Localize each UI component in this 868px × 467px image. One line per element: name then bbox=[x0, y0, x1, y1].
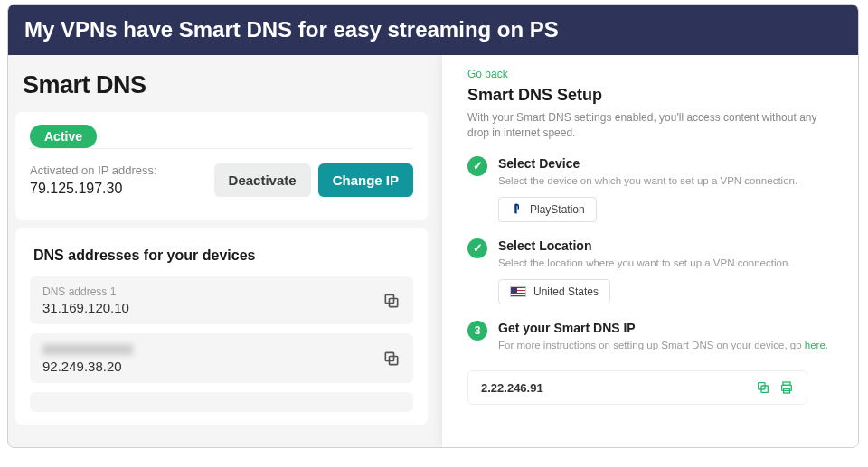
step-complete-icon bbox=[467, 238, 487, 258]
activated-ip-value: 79.125.197.30 bbox=[30, 181, 157, 197]
smart-dns-panel: Smart DNS Active Activated on IP address… bbox=[8, 55, 442, 447]
dns-address-value: 92.249.38.20 bbox=[42, 359, 133, 374]
step-description: Select the device on which you want to s… bbox=[498, 173, 797, 188]
step-number-badge: 3 bbox=[467, 321, 487, 341]
setup-description: With your Smart DNS settings enabled, yo… bbox=[467, 110, 835, 142]
location-chip-label: United States bbox=[533, 285, 599, 298]
location-chip[interactable]: United States bbox=[498, 279, 610, 304]
go-back-link[interactable]: Go back bbox=[467, 68, 835, 80]
print-icon[interactable] bbox=[779, 380, 794, 395]
step-title: Get your Smart DNS IP bbox=[498, 321, 828, 335]
copy-icon[interactable] bbox=[382, 292, 401, 310]
smart-dns-ip-value: 2.22.246.91 bbox=[481, 381, 543, 395]
step-title: Select Location bbox=[498, 238, 790, 253]
step-complete-icon bbox=[467, 156, 487, 176]
setup-step: 3 Get your Smart DNS IP For more instruc… bbox=[467, 321, 835, 361]
us-flag-icon bbox=[510, 286, 526, 297]
copy-icon[interactable] bbox=[756, 380, 770, 395]
setup-step: Select Location Select the location wher… bbox=[467, 238, 835, 304]
page-title: Smart DNS bbox=[23, 71, 428, 99]
dns-address-row-placeholder bbox=[30, 392, 413, 412]
setup-step: Select Device Select the device on which… bbox=[467, 156, 835, 222]
dns-addresses-heading: DNS addresses for your devices bbox=[33, 248, 413, 264]
dns-address-label: DNS address 1 bbox=[42, 285, 129, 298]
change-ip-button[interactable]: Change IP bbox=[318, 163, 413, 197]
deactivate-button[interactable]: Deactivate bbox=[214, 163, 311, 197]
dns-address-label-redacted bbox=[42, 344, 133, 355]
status-badge: Active bbox=[30, 125, 97, 148]
step-description: For more instructions on setting up Smar… bbox=[498, 338, 828, 352]
instructions-link[interactable]: here bbox=[805, 340, 826, 350]
copy-icon[interactable] bbox=[382, 350, 401, 368]
step-title: Select Device bbox=[498, 156, 797, 171]
smart-dns-ip-card: 2.22.246.91 bbox=[467, 370, 807, 405]
activated-ip-label: Activated on IP address: bbox=[30, 163, 157, 177]
dns-address-row: 92.249.38.20 bbox=[30, 333, 413, 383]
device-chip-label: PlayStation bbox=[530, 203, 585, 216]
setup-title: Smart DNS Setup bbox=[467, 86, 835, 105]
smart-dns-setup-panel: Go back Smart DNS Setup With your Smart … bbox=[442, 55, 858, 447]
step-description: Select the location where you want to se… bbox=[498, 256, 790, 270]
dns-address-row: DNS address 1 31.169.120.10 bbox=[30, 276, 413, 324]
dns-address-value: 31.169.120.10 bbox=[42, 300, 129, 315]
playstation-icon bbox=[510, 203, 523, 216]
device-chip[interactable]: PlayStation bbox=[498, 197, 597, 222]
page-banner: My VPNs have Smart DNS for easy streamin… bbox=[8, 5, 858, 55]
